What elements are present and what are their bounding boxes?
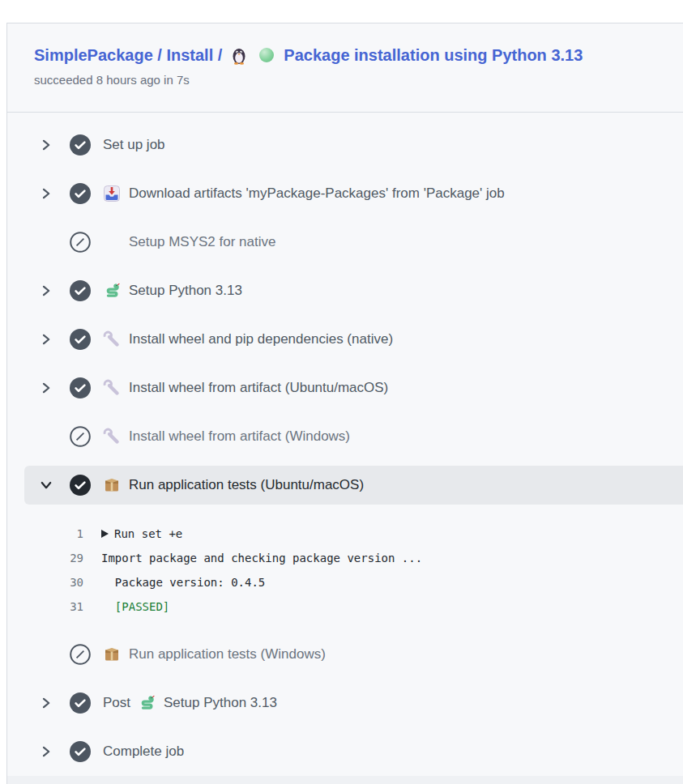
wrench-icon [103, 330, 121, 348]
chevron-right-icon[interactable] [39, 744, 53, 759]
step-run-app-tests-unix[interactable]: Run application tests (Ubuntu/macOS) [24, 466, 683, 505]
step-label: Download artifacts 'myPackage-Packages' … [129, 185, 505, 202]
check-circle-icon [70, 134, 91, 156]
step-install-wheel-artifact-unix[interactable]: Install wheel from artifact (Ubuntu/macO… [24, 364, 683, 412]
step-label: Setup MSYS2 for native [129, 234, 275, 250]
check-circle-icon [70, 280, 91, 301]
steps-list: Set up job Download artifacts 'myPackage… [7, 113, 683, 776]
log-line-number[interactable]: 1 [7, 527, 83, 540]
chevron-placeholder [39, 647, 53, 662]
package-icon [103, 646, 121, 663]
log-text-passed: [PASSED] [101, 600, 169, 613]
check-circle-icon [70, 475, 91, 496]
step-install-wheel-artifact-windows: Install wheel from artifact (Windows) [24, 412, 683, 461]
step-complete-job[interactable]: Complete job [24, 727, 683, 776]
step-label: Setup Python 3.13 [129, 283, 242, 299]
step-label: Run application tests (Windows) [129, 646, 326, 663]
chevron-right-icon[interactable] [39, 186, 53, 201]
run-triangle-icon[interactable] [101, 530, 109, 538]
penguin-icon [229, 45, 249, 65]
step-label: Set up job [103, 137, 165, 153]
chevron-right-icon[interactable] [39, 332, 53, 347]
step-set-up-job[interactable]: Set up job [24, 121, 683, 169]
check-circle-icon [70, 377, 91, 398]
page-title: Package installation using Python 3.13 [284, 44, 583, 66]
log-line-number[interactable]: 30 [7, 576, 83, 589]
blue-square-icon [103, 233, 121, 251]
check-circle-icon [70, 692, 91, 714]
step-setup-python[interactable]: Setup Python 3.13 [24, 266, 683, 315]
step-label: Complete job [103, 744, 184, 760]
log-text: Run set +e [114, 527, 182, 540]
log-line: 30 Package version: 0.4.5 [7, 570, 683, 594]
log-line: 31 [PASSED] [7, 594, 683, 619]
step-label: Run application tests (Ubuntu/macOS) [129, 477, 364, 493]
log-text: Import package and checking package vers… [101, 552, 422, 565]
step-label: Install wheel from artifact (Ubuntu/macO… [129, 380, 388, 396]
skipped-circle-icon [70, 644, 91, 665]
chevron-right-icon[interactable] [39, 138, 53, 152]
job-header: SimplePackage / Install / Package instal… [7, 23, 683, 113]
chevron-placeholder [39, 429, 53, 444]
chevron-right-icon[interactable] [39, 283, 53, 298]
inbox-tray-icon [103, 185, 121, 202]
skipped-circle-icon [70, 232, 91, 253]
step-label: Setup Python 3.13 [164, 695, 277, 711]
check-circle-icon [70, 329, 91, 350]
chevron-down-icon[interactable] [39, 478, 53, 492]
log-line-number[interactable]: 29 [7, 552, 83, 565]
python-snake-icon [103, 282, 121, 300]
log-line-number[interactable]: 31 [7, 600, 83, 613]
step-setup-msys2: Setup MSYS2 for native [24, 218, 683, 266]
step-label-prefix: Post [103, 695, 130, 711]
status-summary: succeeded 8 hours ago in 7s [34, 73, 667, 87]
chevron-placeholder [39, 235, 53, 249]
step-post-setup-python[interactable]: Post Setup Python 3.13 [24, 679, 683, 727]
log-line: 29 Import package and checking package v… [7, 546, 683, 570]
chevron-right-icon[interactable] [39, 696, 53, 710]
check-circle-icon [70, 741, 91, 762]
step-run-app-tests-windows: Run application tests (Windows) [24, 630, 683, 679]
step-log-output: 1 Run set +e 29 Import package and check… [7, 522, 683, 619]
check-circle-icon [70, 183, 91, 204]
panel-footer [7, 776, 683, 784]
python-snake-icon [138, 694, 156, 712]
package-icon [103, 476, 121, 494]
job-log-panel: SimplePackage / Install / Package instal… [6, 23, 683, 784]
step-install-wheel-pip-native[interactable]: Install wheel and pip dependencies (nati… [24, 315, 683, 364]
step-label: Install wheel and pip dependencies (nati… [129, 331, 393, 347]
job-title-row: SimplePackage / Install / Package instal… [34, 44, 667, 66]
chevron-right-icon[interactable] [39, 381, 53, 395]
wrench-icon [103, 379, 121, 397]
green-status-dot [259, 48, 274, 62]
step-download-artifacts[interactable]: Download artifacts 'myPackage-Packages' … [24, 169, 683, 218]
skipped-circle-icon [70, 426, 91, 447]
log-line: 1 Run set +e [7, 522, 683, 546]
log-text: Package version: 0.4.5 [101, 576, 265, 589]
step-label: Install wheel from artifact (Windows) [129, 428, 350, 445]
wrench-icon [103, 428, 121, 445]
breadcrumb[interactable]: SimplePackage / Install / [34, 44, 222, 66]
